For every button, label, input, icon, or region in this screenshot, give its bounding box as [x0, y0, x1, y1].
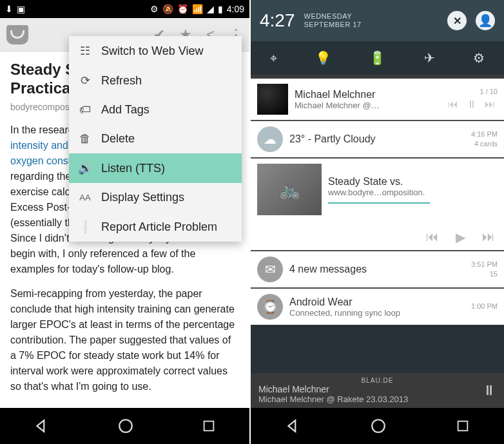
notification-list: Michael Melchner Michael Melchner @… 1 /… [251, 79, 504, 325]
menu-display-settings[interactable]: AA Display Settings [69, 183, 242, 212]
next-icon[interactable]: ⏭ [482, 229, 495, 245]
notif-time: 3:51 PM [471, 260, 498, 269]
download-icon: ⬇ [5, 4, 13, 14]
svg-rect-1 [204, 421, 213, 431]
menu-switch-web-view[interactable]: ☷ Switch to Web View [69, 36, 242, 66]
text-size-icon: AA [78, 193, 92, 202]
pause-icon[interactable]: ⏸ [482, 382, 496, 399]
menu-listen-tts[interactable]: 🔊 Listen (TTS) [69, 153, 242, 183]
notif-wear[interactable]: ⌚ Android Wear Connected, running sync l… [251, 289, 504, 325]
tag-icon: 🏷 [78, 103, 92, 117]
notification-shade: 4:27 WEDNESDAY SEPTEMBER 17 ✕ 👤 ⌖ 💡 🔋 ✈ … [251, 0, 504, 444]
behind-notif-bottom: BLAU.DE Michael Melchner Michael Melchne… [251, 373, 504, 408]
shade-day: WEDNESDAY [304, 12, 362, 21]
media-controls[interactable]: ⏮ ⏸ ⏭ [448, 97, 498, 111]
notif-subtitle: Connected, running sync loop [289, 308, 465, 318]
notif-time: 1:00 PM [471, 302, 498, 311]
pocket-app-icon[interactable] [6, 25, 28, 44]
menu-delete[interactable]: 🗑 Delete [69, 124, 242, 153]
nav-back-icon[interactable] [34, 418, 50, 434]
menu-item-label: Refresh [101, 74, 142, 88]
menu-report-problem[interactable]: ❕ Report Article Problem [69, 212, 242, 242]
web-view-icon: ☷ [78, 44, 92, 58]
phone-left: ⬇ ▣ ⚙ 🔕 ⏰ 📶 ◢ ▮ 4:09 ✔ ★ < ⋮ Steady Stat… [0, 0, 251, 444]
overflow-menu: ☷ Switch to Web View ⟳ Refresh 🏷 Add Tag… [69, 36, 242, 242]
profile-icon[interactable]: 👤 [476, 11, 495, 30]
bluetooth-icon: ⚙ [150, 4, 159, 14]
location-icon[interactable]: ⌖ [270, 51, 277, 66]
tts-controls: ⏮ ▶ ⏭ [251, 227, 504, 250]
notif-subtitle: Michael Melchner @… [295, 101, 441, 110]
notif-time: 4:16 PM [471, 130, 498, 139]
refresh-icon: ⟳ [78, 73, 92, 88]
notif-article[interactable]: 🚲 Steady State vs. www.bodyre…omposition… [251, 159, 504, 250]
quick-settings: ⌖ 💡 🔋 ✈ ⚙ [251, 41, 504, 75]
nav-home-icon[interactable] [117, 418, 134, 434]
bulb-icon[interactable]: 💡 [315, 50, 331, 66]
nav-bar [251, 408, 504, 444]
notif-meta: 4 cards [471, 139, 498, 149]
album-art-icon [257, 84, 288, 115]
nav-recents-icon[interactable] [456, 419, 470, 433]
menu-item-label: Add Tags [101, 103, 150, 117]
battery-icon[interactable]: 🔋 [369, 50, 385, 66]
cloud-icon: ☁ [257, 126, 283, 152]
shade-time: 4:27 [260, 10, 295, 31]
menu-item-label: Listen (TTS) [101, 162, 165, 175]
alarm-icon: ⏰ [177, 4, 188, 14]
notif-subtitle: www.bodyre…omposition. [328, 188, 498, 197]
notif-title: Steady State vs. [328, 176, 498, 188]
nav-bar [0, 408, 249, 444]
menu-item-label: Switch to Web View [101, 44, 203, 58]
menu-add-tags[interactable]: 🏷 Add Tags [69, 95, 242, 124]
menu-item-label: Delete [101, 132, 135, 146]
menu-refresh[interactable]: ⟳ Refresh [69, 66, 242, 95]
silent-icon: 🔕 [162, 4, 173, 14]
signal-icon: ◢ [207, 4, 214, 14]
phone-right: 4:27 WEDNESDAY SEPTEMBER 17 ✕ 👤 ⌖ 💡 🔋 ✈ … [251, 0, 504, 444]
shade-date: SEPTEMBER 17 [304, 21, 362, 29]
svg-point-0 [120, 420, 133, 432]
prev-icon[interactable]: ⏮ [426, 229, 439, 245]
nav-home-icon[interactable] [370, 418, 387, 434]
notif-meta: 15 [471, 269, 498, 279]
notif-mail[interactable]: ✉ 4 new messages 3:51 PM 15 [251, 251, 504, 287]
notif-title: 23° - Partly Cloudy [289, 133, 465, 145]
notif-title: Michael Melchner [295, 89, 441, 101]
menu-item-label: Report Article Problem [101, 220, 217, 234]
clock-text: 4:09 [227, 4, 244, 14]
notif-title: 4 new messages [289, 264, 465, 275]
menu-item-label: Display Settings [101, 191, 184, 204]
status-bar: ⬇ ▣ ⚙ 🔕 ⏰ 📶 ◢ ▮ 4:09 [0, 0, 249, 18]
notif-title: Android Wear [289, 296, 465, 308]
article-thumb: 🚲 [257, 164, 322, 215]
svg-point-2 [373, 420, 385, 432]
shade-header: 4:27 WEDNESDAY SEPTEMBER 17 ✕ 👤 [251, 0, 504, 41]
bluetooth-icon[interactable]: ⚙ [473, 50, 485, 66]
progress-bar [328, 202, 430, 204]
notif-weather[interactable]: ☁ 23° - Partly Cloudy 4:16 PM 4 cards [251, 121, 504, 157]
wifi-icon: 📶 [192, 4, 203, 14]
app-icon: ▣ [17, 4, 25, 14]
close-icon[interactable]: ✕ [447, 11, 467, 30]
notif-music[interactable]: Michael Melchner Michael Melchner @… 1 /… [251, 79, 504, 120]
mail-icon: ✉ [257, 256, 283, 282]
airplane-icon[interactable]: ✈ [424, 50, 435, 66]
trash-icon: 🗑 [78, 132, 92, 146]
nav-recents-icon[interactable] [202, 419, 216, 433]
nav-back-icon[interactable] [285, 418, 302, 434]
watch-icon: ⌚ [257, 294, 283, 320]
play-icon[interactable]: ▶ [456, 229, 465, 245]
svg-rect-3 [458, 421, 467, 431]
speaker-icon: 🔊 [78, 161, 92, 175]
article-paragraph: Semi-recapping from yesterday, the paper… [10, 286, 239, 394]
battery-icon: ▮ [218, 4, 223, 14]
alert-icon: ❕ [78, 220, 92, 234]
track-count: 1 / 10 [448, 87, 498, 97]
